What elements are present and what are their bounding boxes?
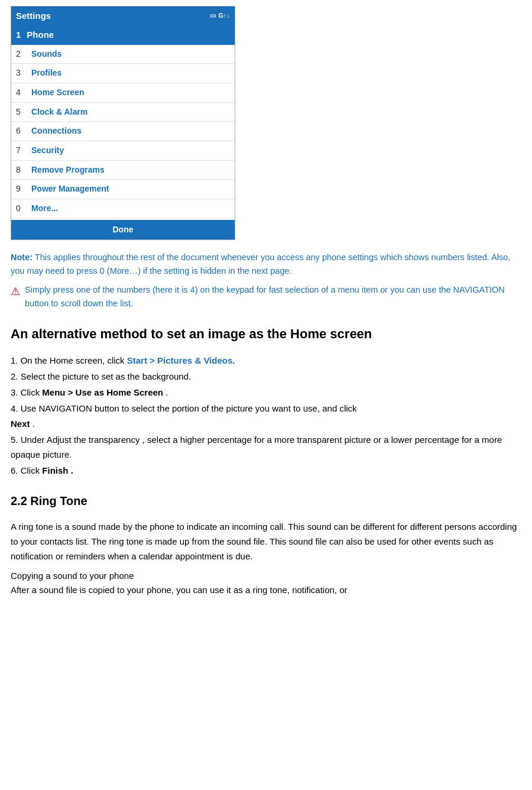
battery-icon: ▭ xyxy=(210,11,216,21)
menu-item-label: Phone xyxy=(27,28,54,41)
phone-header-title: Settings xyxy=(16,9,51,22)
section2-body3: After a sound file is copied to your pho… xyxy=(11,583,521,598)
step-3: 3. Click Menu > Use as Home Screen . xyxy=(11,386,521,400)
step-6: 6. Click Finish . xyxy=(11,464,521,478)
menu-item-number: 3 xyxy=(16,67,25,80)
menu-item-number: 9 xyxy=(16,183,25,196)
menu-item[interactable]: 5Clock & Alarm xyxy=(11,103,235,122)
menu-item-number: 6 xyxy=(16,125,25,138)
step-4b: Next . xyxy=(11,417,521,432)
menu-item-number: 5 xyxy=(16,106,25,119)
phone-status-icons: ▭ G↑↓ xyxy=(210,11,230,21)
menu-item-label: More... xyxy=(31,202,58,215)
step6-bold: Finish . xyxy=(42,465,73,475)
menu-item-number: 8 xyxy=(16,164,25,177)
section2-body2: Copying a sound to your phone xyxy=(11,569,521,584)
menu-item[interactable]: 2Sounds xyxy=(11,45,235,64)
warning-block: ⚠ Simply press one of the numbers (here … xyxy=(11,283,521,310)
phone-header: Settings ▭ G↑↓ xyxy=(11,7,235,25)
menu-item-number: 2 xyxy=(16,48,25,61)
menu-item[interactable]: 6Connections xyxy=(11,122,235,141)
step-4: 4. Use NAVIGATION button to select the p… xyxy=(11,402,521,416)
menu-item-number: 4 xyxy=(16,86,25,99)
step-1: 1. On the Home screen, click Start > Pic… xyxy=(11,354,521,368)
note-text: This applies throughout the rest of the … xyxy=(11,252,510,275)
step3-bold: Menu > Use as Home Screen xyxy=(42,387,163,397)
step-5: 5. Under Adjust the transparency , selec… xyxy=(11,433,521,462)
menu-item-number: 1 xyxy=(16,28,21,41)
note-block: Note: This applies throughout the rest o… xyxy=(11,251,521,277)
step1-highlight: Start > Pictures & Videos. xyxy=(127,355,235,365)
menu-item-number: 0 xyxy=(16,202,25,215)
menu-item-label: Remove Programs xyxy=(31,164,105,177)
step4b-bold: Next xyxy=(11,419,30,429)
menu-item-label: Sounds xyxy=(31,48,61,61)
signal-icon: G↑↓ xyxy=(218,11,230,21)
menu-item[interactable]: 8Remove Programs xyxy=(11,161,235,180)
phone-selected-menu-item[interactable]: 1 Phone xyxy=(11,25,235,44)
done-button[interactable]: Done xyxy=(11,220,235,240)
menu-item[interactable]: 7Security xyxy=(11,141,235,161)
menu-item[interactable]: 0More... xyxy=(11,199,235,219)
menu-item[interactable]: 4Home Screen xyxy=(11,83,235,103)
step-2: 2. Select the picture to set as the back… xyxy=(11,370,521,384)
menu-item-label: Profiles xyxy=(31,67,61,80)
menu-item-label: Home Screen xyxy=(31,86,84,99)
menu-item-label: Power Management xyxy=(31,183,109,196)
menu-item-label: Security xyxy=(31,144,64,157)
phone-screenshot: Settings ▭ G↑↓ 1 Phone 2Sounds3Profiles4… xyxy=(11,6,235,240)
section2-heading: 2.2 Ring Tone xyxy=(11,492,521,510)
warning-icon: ⚠ xyxy=(11,284,20,300)
steps-block: 1. On the Home screen, click Start > Pic… xyxy=(11,354,521,478)
menu-items-list: 2Sounds3Profiles4Home Screen5Clock & Ala… xyxy=(11,45,235,219)
section2-body: A ring tone is a sound made by the phone… xyxy=(11,520,521,598)
menu-item[interactable]: 9Power Management xyxy=(11,180,235,199)
section1-heading: An alternative method to set an image as… xyxy=(11,324,521,344)
menu-item-label: Connections xyxy=(31,125,82,138)
note-label: Note: xyxy=(11,252,33,262)
menu-item[interactable]: 3Profiles xyxy=(11,64,235,83)
warning-text: Simply press one of the numbers (here it… xyxy=(25,283,521,310)
menu-item-number: 7 xyxy=(16,144,25,157)
menu-item-label: Clock & Alarm xyxy=(31,106,87,119)
section2-body1: A ring tone is a sound made by the phone… xyxy=(11,520,521,564)
